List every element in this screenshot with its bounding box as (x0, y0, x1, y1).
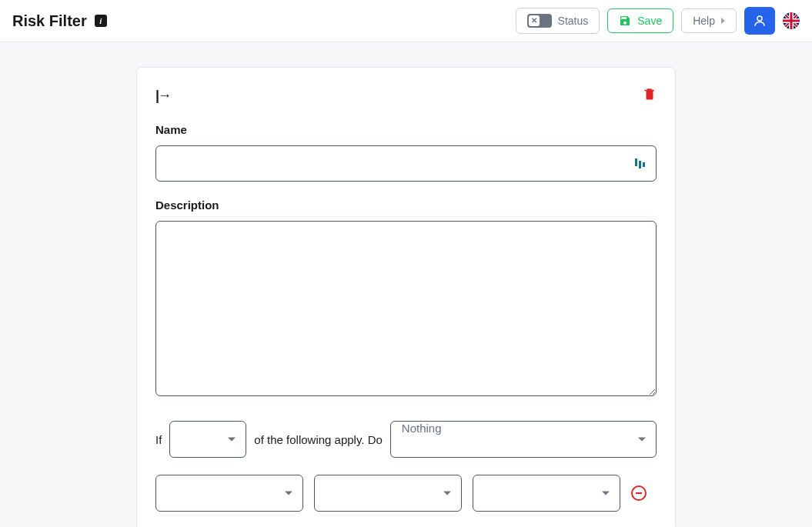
cond-field2-wrapper (314, 475, 462, 512)
toggle-off-icon: ✕ (527, 14, 552, 28)
action-wrapper: Nothing (390, 421, 657, 458)
condition-operator-select[interactable] (314, 475, 462, 512)
condition-row (155, 475, 657, 512)
status-label: Status (558, 15, 589, 27)
name-label: Name (155, 123, 657, 136)
help-button[interactable]: Help (681, 8, 737, 33)
page-header: Risk Filter i ✕ Status Save Help (0, 0, 812, 42)
svg-rect-3 (635, 158, 637, 166)
description-label: Description (155, 198, 657, 212)
cond-field3-wrapper (473, 475, 620, 512)
header-right: ✕ Status Save Help (516, 7, 800, 35)
filter-card: |→ Name Description If (136, 67, 676, 527)
header-left: Risk Filter i (12, 12, 107, 30)
card-header: |→ (155, 86, 657, 105)
condition-mode-wrapper (169, 421, 246, 458)
status-button[interactable]: ✕ Status (516, 8, 600, 34)
trash-icon (643, 86, 657, 102)
action-select[interactable]: Nothing (390, 421, 657, 458)
delete-button[interactable] (643, 86, 657, 105)
description-wrapper (155, 221, 657, 399)
condition-value-select[interactable] (473, 475, 620, 512)
svg-rect-4 (639, 161, 641, 168)
condition-field-select[interactable] (155, 475, 303, 512)
svg-rect-5 (643, 162, 645, 167)
rule-row: If of the following apply. Do Nothing (155, 421, 657, 458)
minus-icon (636, 492, 642, 494)
info-icon[interactable]: i (95, 15, 107, 27)
save-button[interactable]: Save (607, 8, 673, 33)
svg-point-0 (757, 16, 762, 21)
middle-text: of the following apply. Do (254, 433, 383, 446)
translate-icon[interactable] (635, 158, 646, 170)
name-input[interactable] (155, 145, 657, 182)
save-label: Save (637, 15, 662, 27)
description-textarea[interactable] (155, 221, 657, 396)
help-label: Help (693, 15, 715, 27)
user-button[interactable] (744, 7, 775, 35)
cond-field1-wrapper (155, 475, 303, 512)
condition-mode-select[interactable] (169, 421, 246, 458)
remove-condition-button[interactable] (631, 485, 647, 501)
save-icon (619, 15, 631, 27)
if-text: If (155, 433, 162, 446)
move-right-icon[interactable]: |→ (155, 88, 170, 104)
language-flag-icon[interactable] (783, 12, 800, 29)
name-input-wrapper (155, 145, 657, 182)
page-title: Risk Filter (12, 12, 87, 30)
chevron-right-icon (721, 18, 725, 24)
user-icon (753, 14, 767, 28)
main-content: |→ Name Description If (0, 42, 812, 527)
